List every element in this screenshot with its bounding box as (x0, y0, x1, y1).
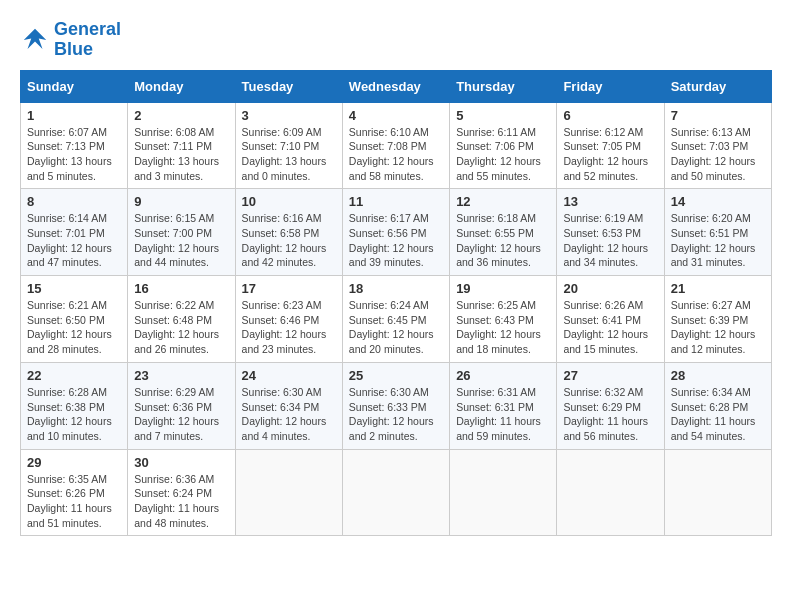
day-number: 4 (349, 108, 443, 123)
day-detail: Sunrise: 6:30 AM Sunset: 6:34 PM Dayligh… (242, 385, 336, 444)
day-detail: Sunrise: 6:25 AM Sunset: 6:43 PM Dayligh… (456, 298, 550, 357)
svg-marker-0 (24, 29, 47, 49)
calendar-cell: 13Sunrise: 6:19 AM Sunset: 6:53 PM Dayli… (557, 189, 664, 276)
day-number: 11 (349, 194, 443, 209)
day-detail: Sunrise: 6:35 AM Sunset: 6:26 PM Dayligh… (27, 472, 121, 531)
calendar-cell (664, 449, 771, 536)
day-number: 5 (456, 108, 550, 123)
calendar-cell: 5Sunrise: 6:11 AM Sunset: 7:06 PM Daylig… (450, 102, 557, 189)
day-detail: Sunrise: 6:14 AM Sunset: 7:01 PM Dayligh… (27, 211, 121, 270)
col-header-tuesday: Tuesday (235, 70, 342, 102)
day-number: 30 (134, 455, 228, 470)
calendar-cell: 29Sunrise: 6:35 AM Sunset: 6:26 PM Dayli… (21, 449, 128, 536)
calendar-cell: 23Sunrise: 6:29 AM Sunset: 6:36 PM Dayli… (128, 362, 235, 449)
day-detail: Sunrise: 6:31 AM Sunset: 6:31 PM Dayligh… (456, 385, 550, 444)
day-detail: Sunrise: 6:27 AM Sunset: 6:39 PM Dayligh… (671, 298, 765, 357)
calendar-cell: 14Sunrise: 6:20 AM Sunset: 6:51 PM Dayli… (664, 189, 771, 276)
calendar-cell: 7Sunrise: 6:13 AM Sunset: 7:03 PM Daylig… (664, 102, 771, 189)
col-header-monday: Monday (128, 70, 235, 102)
calendar-cell: 15Sunrise: 6:21 AM Sunset: 6:50 PM Dayli… (21, 276, 128, 363)
col-header-thursday: Thursday (450, 70, 557, 102)
day-detail: Sunrise: 6:28 AM Sunset: 6:38 PM Dayligh… (27, 385, 121, 444)
day-number: 22 (27, 368, 121, 383)
day-detail: Sunrise: 6:17 AM Sunset: 6:56 PM Dayligh… (349, 211, 443, 270)
calendar-cell: 6Sunrise: 6:12 AM Sunset: 7:05 PM Daylig… (557, 102, 664, 189)
calendar-cell (450, 449, 557, 536)
day-detail: Sunrise: 6:36 AM Sunset: 6:24 PM Dayligh… (134, 472, 228, 531)
day-detail: Sunrise: 6:21 AM Sunset: 6:50 PM Dayligh… (27, 298, 121, 357)
day-number: 13 (563, 194, 657, 209)
calendar-cell: 1Sunrise: 6:07 AM Sunset: 7:13 PM Daylig… (21, 102, 128, 189)
calendar-cell: 10Sunrise: 6:16 AM Sunset: 6:58 PM Dayli… (235, 189, 342, 276)
day-number: 23 (134, 368, 228, 383)
calendar-cell: 11Sunrise: 6:17 AM Sunset: 6:56 PM Dayli… (342, 189, 449, 276)
day-number: 8 (27, 194, 121, 209)
day-detail: Sunrise: 6:20 AM Sunset: 6:51 PM Dayligh… (671, 211, 765, 270)
day-detail: Sunrise: 6:18 AM Sunset: 6:55 PM Dayligh… (456, 211, 550, 270)
calendar-cell: 12Sunrise: 6:18 AM Sunset: 6:55 PM Dayli… (450, 189, 557, 276)
day-number: 18 (349, 281, 443, 296)
calendar-cell: 9Sunrise: 6:15 AM Sunset: 7:00 PM Daylig… (128, 189, 235, 276)
day-number: 6 (563, 108, 657, 123)
calendar-cell: 19Sunrise: 6:25 AM Sunset: 6:43 PM Dayli… (450, 276, 557, 363)
calendar-body: 1Sunrise: 6:07 AM Sunset: 7:13 PM Daylig… (21, 102, 772, 536)
day-detail: Sunrise: 6:15 AM Sunset: 7:00 PM Dayligh… (134, 211, 228, 270)
day-number: 26 (456, 368, 550, 383)
calendar-cell: 21Sunrise: 6:27 AM Sunset: 6:39 PM Dayli… (664, 276, 771, 363)
week-row-4: 22Sunrise: 6:28 AM Sunset: 6:38 PM Dayli… (21, 362, 772, 449)
calendar-cell: 8Sunrise: 6:14 AM Sunset: 7:01 PM Daylig… (21, 189, 128, 276)
day-detail: Sunrise: 6:13 AM Sunset: 7:03 PM Dayligh… (671, 125, 765, 184)
calendar-cell (235, 449, 342, 536)
calendar-cell: 27Sunrise: 6:32 AM Sunset: 6:29 PM Dayli… (557, 362, 664, 449)
day-detail: Sunrise: 6:24 AM Sunset: 6:45 PM Dayligh… (349, 298, 443, 357)
col-header-wednesday: Wednesday (342, 70, 449, 102)
calendar-cell: 28Sunrise: 6:34 AM Sunset: 6:28 PM Dayli… (664, 362, 771, 449)
day-detail: Sunrise: 6:16 AM Sunset: 6:58 PM Dayligh… (242, 211, 336, 270)
col-header-friday: Friday (557, 70, 664, 102)
day-number: 3 (242, 108, 336, 123)
calendar-cell (342, 449, 449, 536)
day-number: 7 (671, 108, 765, 123)
day-detail: Sunrise: 6:22 AM Sunset: 6:48 PM Dayligh… (134, 298, 228, 357)
day-number: 25 (349, 368, 443, 383)
day-detail: Sunrise: 6:11 AM Sunset: 7:06 PM Dayligh… (456, 125, 550, 184)
page-header: General Blue (20, 20, 772, 60)
day-detail: Sunrise: 6:26 AM Sunset: 6:41 PM Dayligh… (563, 298, 657, 357)
day-number: 19 (456, 281, 550, 296)
day-detail: Sunrise: 6:32 AM Sunset: 6:29 PM Dayligh… (563, 385, 657, 444)
calendar-cell: 16Sunrise: 6:22 AM Sunset: 6:48 PM Dayli… (128, 276, 235, 363)
calendar-cell: 18Sunrise: 6:24 AM Sunset: 6:45 PM Dayli… (342, 276, 449, 363)
day-detail: Sunrise: 6:07 AM Sunset: 7:13 PM Dayligh… (27, 125, 121, 184)
calendar-cell: 26Sunrise: 6:31 AM Sunset: 6:31 PM Dayli… (450, 362, 557, 449)
day-detail: Sunrise: 6:10 AM Sunset: 7:08 PM Dayligh… (349, 125, 443, 184)
calendar-table: SundayMondayTuesdayWednesdayThursdayFrid… (20, 70, 772, 537)
week-row-1: 1Sunrise: 6:07 AM Sunset: 7:13 PM Daylig… (21, 102, 772, 189)
calendar-cell: 17Sunrise: 6:23 AM Sunset: 6:46 PM Dayli… (235, 276, 342, 363)
day-detail: Sunrise: 6:30 AM Sunset: 6:33 PM Dayligh… (349, 385, 443, 444)
day-detail: Sunrise: 6:08 AM Sunset: 7:11 PM Dayligh… (134, 125, 228, 184)
day-number: 14 (671, 194, 765, 209)
week-row-3: 15Sunrise: 6:21 AM Sunset: 6:50 PM Dayli… (21, 276, 772, 363)
day-number: 17 (242, 281, 336, 296)
day-number: 27 (563, 368, 657, 383)
day-number: 20 (563, 281, 657, 296)
day-detail: Sunrise: 6:19 AM Sunset: 6:53 PM Dayligh… (563, 211, 657, 270)
logo-icon (20, 25, 50, 55)
day-detail: Sunrise: 6:12 AM Sunset: 7:05 PM Dayligh… (563, 125, 657, 184)
day-number: 29 (27, 455, 121, 470)
day-number: 24 (242, 368, 336, 383)
day-detail: Sunrise: 6:09 AM Sunset: 7:10 PM Dayligh… (242, 125, 336, 184)
day-number: 16 (134, 281, 228, 296)
day-number: 1 (27, 108, 121, 123)
day-number: 21 (671, 281, 765, 296)
calendar-cell: 24Sunrise: 6:30 AM Sunset: 6:34 PM Dayli… (235, 362, 342, 449)
logo: General Blue (20, 20, 121, 60)
day-number: 10 (242, 194, 336, 209)
week-row-5: 29Sunrise: 6:35 AM Sunset: 6:26 PM Dayli… (21, 449, 772, 536)
calendar-cell: 30Sunrise: 6:36 AM Sunset: 6:24 PM Dayli… (128, 449, 235, 536)
calendar-cell: 25Sunrise: 6:30 AM Sunset: 6:33 PM Dayli… (342, 362, 449, 449)
calendar-cell: 20Sunrise: 6:26 AM Sunset: 6:41 PM Dayli… (557, 276, 664, 363)
day-number: 28 (671, 368, 765, 383)
col-header-saturday: Saturday (664, 70, 771, 102)
day-number: 12 (456, 194, 550, 209)
